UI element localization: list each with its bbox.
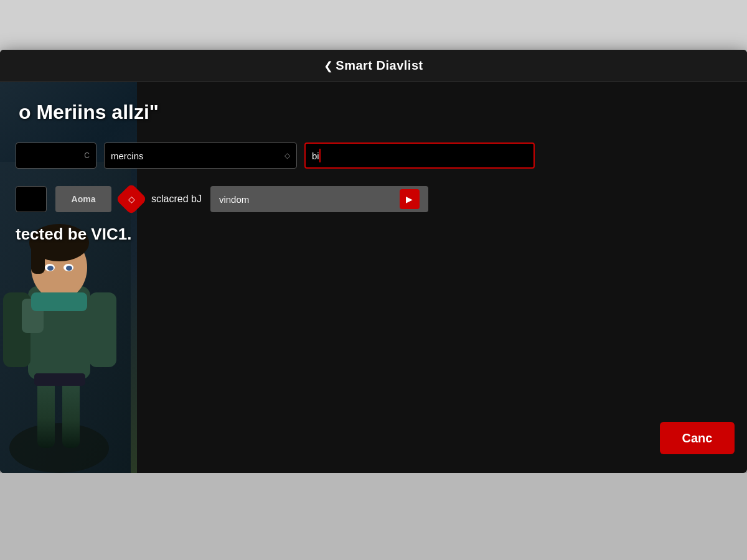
cancel-label: Canc	[682, 431, 713, 446]
filter-row: C mercins ◇ bi	[16, 142, 722, 169]
filter-select-2-arrow: ◇	[284, 151, 290, 160]
dialog-title: Smart Diavlist	[336, 58, 423, 73]
aoma-label: Aoma	[72, 194, 96, 204]
svg-rect-3	[62, 380, 80, 448]
directed-text: tected be VIC1.	[16, 225, 722, 244]
back-icon[interactable]: ❮	[324, 59, 333, 73]
svg-rect-15	[31, 292, 87, 311]
action-row: Aoma ◇ sclacred bJ vindom ▶	[16, 186, 722, 212]
aoma-button[interactable]: Aoma	[55, 186, 111, 212]
cancel-button[interactable]: Canc	[660, 422, 735, 454]
filter-select-2-value: mercins	[111, 151, 144, 161]
svg-point-12	[47, 266, 54, 271]
filter-input-3-value: bi	[312, 151, 319, 161]
svg-rect-16	[34, 373, 85, 386]
svg-rect-6	[89, 292, 116, 367]
svg-point-1	[9, 423, 109, 473]
filter-input-3[interactable]: bi	[304, 142, 535, 169]
dialog-panel: ❮ Smart Diavlist	[0, 50, 747, 473]
selected-by-label: sclacred bJ	[151, 194, 202, 205]
playlist-title: o Meriins allzi"	[19, 101, 722, 124]
filter-select-1-arrow: C	[84, 151, 90, 160]
filter-select-1[interactable]: C	[16, 142, 96, 169]
vindom-dropdown[interactable]: vindom ▶	[210, 186, 428, 212]
text-cursor	[319, 149, 321, 162]
svg-point-13	[66, 266, 72, 271]
diamond-inner: ◇	[128, 194, 135, 204]
dialog-content: o Meriins allzi" C mercins ◇ bi	[0, 82, 747, 263]
bottom-area	[0, 473, 747, 560]
dropdown-arrow-icon: ▶	[400, 189, 420, 209]
dialog-header: ❮ Smart Diavlist	[0, 50, 747, 82]
diamond-icon: ◇	[116, 184, 148, 215]
filter-select-2[interactable]: mercins ◇	[104, 142, 297, 169]
action-btn-1[interactable]	[16, 186, 47, 212]
outer-wrapper: ❮ Smart Diavlist	[0, 0, 747, 560]
dropdown-arrow-label: ▶	[406, 194, 413, 204]
dropdown-label: vindom	[219, 194, 249, 205]
